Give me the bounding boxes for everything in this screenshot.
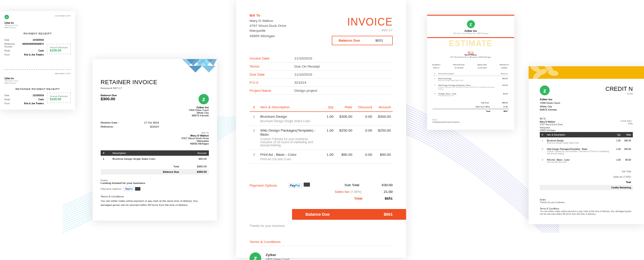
- invoice-meta: Invoice Date11/10/2019 TermsDue On Recei…: [250, 55, 393, 95]
- retainer-number: Retainer# RET-17: [101, 87, 209, 90]
- retainer-items-table: #DescriptionAmount 1Brochure Design Sing…: [101, 150, 209, 162]
- table-row: 2Web Design Packages(Template) - BasicCu…: [250, 125, 393, 149]
- estimate-doc: z Zylker Inc 7455 Drew Court, White City…: [427, 15, 514, 130]
- balance-due-box: Balance Due $651: [332, 36, 393, 45]
- customer-copy-tag: CUSTOMER COPY: [55, 15, 71, 19]
- logo-icon: z: [4, 15, 9, 19]
- credit-note-doc: z CREDIT N Credit Zylker Inc 7455 Drew C…: [529, 66, 644, 224]
- yellow-header-decoration: [529, 66, 644, 79]
- retainer-invoice-doc: RETAINER INVOICE Retainer# RET-17 Balanc…: [93, 59, 217, 221]
- retainer-title: RETAINER INVOICE: [101, 79, 209, 85]
- estimate-items-table: #Item & DescriptionAmount 1Brochure Desi…: [432, 72, 509, 98]
- logo-icon: z: [467, 20, 475, 28]
- table-row: 1Brochure DesignBrochure Design Single S…: [250, 111, 393, 125]
- retainer-receipt-title: RETAINER PAYMENT RECEIPT: [4, 88, 71, 90]
- logo-icon: z: [199, 94, 209, 104]
- invoice-doc: Bill To Mary D Walton 4767 Wood Duck Dri…: [236, 0, 406, 258]
- invoice-number: INV-17: [250, 28, 393, 32]
- payment-options-label: Payment Options: [250, 183, 277, 188]
- balance-due-bar: Balance Due $651: [292, 209, 406, 220]
- amount-received-box: Amount Received $100.00: [47, 44, 71, 54]
- logo-icon: z: [540, 85, 550, 95]
- merchant-copy-tag: MERCHANT COPY: [4, 72, 71, 75]
- table-row: 3Print Ad - Basic - ColorPrint Ad 1/8 si…: [250, 149, 393, 163]
- terms-conditions-heading: Terms & Conditions: [250, 240, 393, 246]
- svg-marker-6: [202, 66, 216, 72]
- credit-items-table: #Item & DescriptionQtyRate 1Brochure Des…: [540, 132, 633, 165]
- payment-receipt-doc: z CUSTOMER COPY Zylkar Inc 7455 Drew Cou…: [0, 11, 75, 110]
- triangle-header-decoration: [93, 59, 217, 76]
- paypal-icon: PayPal: [288, 183, 302, 188]
- logo-icon: z: [250, 252, 261, 260]
- estimate-title: ESTIMATE: [427, 37, 514, 48]
- amount-received-box: Amount Received $100.00: [47, 93, 71, 103]
- invoice-items-table: #Item & DescriptionQtyRateDiscountAmount…: [250, 103, 393, 164]
- card-icon: [135, 187, 140, 191]
- svg-marker-4: [189, 66, 202, 72]
- thanks-text: Thanks for your business.: [236, 224, 406, 227]
- card-icon: [304, 183, 310, 187]
- paypal-icon: PayPal: [123, 187, 134, 191]
- receipt-title: PAYMENT RECEIPT: [4, 32, 71, 35]
- credit-note-title: CREDIT N: [606, 85, 633, 92]
